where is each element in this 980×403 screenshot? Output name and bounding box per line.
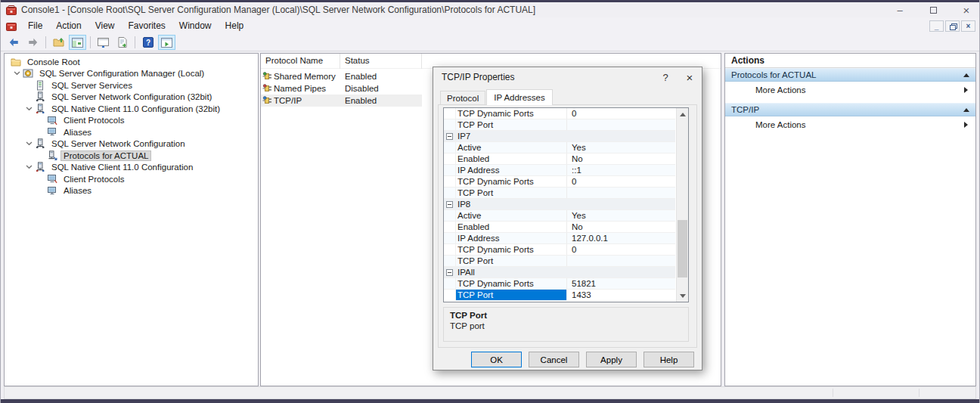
protocol-row-shared-memory[interactable]: Shared MemoryEnabled	[261, 70, 422, 82]
apply-button[interactable]: Apply	[586, 352, 637, 367]
grid-row-active[interactable]: ActiveYes	[444, 210, 675, 222]
grid-row-ip-address[interactable]: IP Address::1	[444, 165, 675, 176]
grid-property-value[interactable]	[567, 256, 675, 266]
collapse-minus-icon[interactable]	[446, 269, 453, 276]
folder-icon	[11, 57, 22, 67]
grid-row-enabled[interactable]: EnabledNo	[444, 153, 675, 165]
grid-row-tcp-dynamic-ports[interactable]: TCP Dynamic Ports0	[444, 176, 675, 188]
ip-address-property-grid: TCP Dynamic Ports0TCP PortIP7ActiveYesEn…	[443, 107, 689, 302]
grid-property-value[interactable]: 0	[567, 176, 675, 187]
grid-property-value[interactable]: Yes	[567, 142, 675, 153]
console-tree-icon[interactable]	[69, 35, 86, 50]
collapse-minus-icon[interactable]	[446, 133, 453, 140]
tree-item-aliases[interactable]: Aliases	[5, 126, 258, 138]
ok-button[interactable]: OK	[471, 352, 522, 367]
grid-section-ip8[interactable]: IP8	[444, 199, 675, 210]
action-pane-icon[interactable]	[158, 35, 175, 50]
menu-item-file[interactable]: File	[21, 19, 49, 33]
tab-protocol[interactable]: Protocol	[440, 91, 485, 105]
tree-item-sql-server-configuration-manager-local-[interactable]: SQL Server Configuration Manager (Local)	[5, 68, 258, 80]
protocol-row-named-pipes[interactable]: Named PipesDisabled	[261, 82, 422, 95]
grid-property-value[interactable]: 127.0.0.1	[567, 233, 675, 243]
protocol-row-tcp-ip[interactable]: TCP/IPEnabled	[261, 95, 422, 107]
cancel-button[interactable]: Cancel	[529, 352, 579, 367]
actions-group-header-protocols-for-actual[interactable]: Protocols for ACTUAL	[725, 68, 975, 82]
grid-row-tcp-port[interactable]: TCP Port	[444, 119, 675, 131]
tree-item-aliases[interactable]: Aliases	[5, 185, 258, 197]
chevron-down-icon[interactable]	[23, 165, 35, 169]
chevron-down-icon[interactable]	[23, 107, 35, 111]
grid-property-value[interactable]: No	[567, 153, 675, 164]
menu-item-window[interactable]: Window	[172, 19, 219, 33]
grid-gutter	[444, 142, 456, 153]
grid-property-value[interactable]: 0	[567, 108, 675, 119]
scrollbar-thumb[interactable]	[678, 220, 687, 277]
mdi-restore-icon[interactable]	[945, 20, 960, 32]
mdi-close-icon[interactable]: ×	[961, 20, 975, 32]
dialog-help-icon[interactable]: ?	[653, 69, 678, 85]
mdi-minimize-icon[interactable]: _	[929, 20, 944, 32]
grid-row-ip-address[interactable]: IP Address127.0.0.1	[444, 233, 675, 244]
grid-row-tcp-dynamic-ports[interactable]: TCP Dynamic Ports0	[444, 108, 675, 119]
close-icon[interactable]: ×	[960, 3, 973, 17]
grid-row-tcp-dynamic-ports[interactable]: TCP Dynamic Ports51821	[444, 278, 675, 290]
grid-property-value[interactable]	[567, 188, 675, 198]
tree-item-client-protocols[interactable]: Client Protocols	[5, 173, 258, 185]
tree-item-client-protocols[interactable]: Client Protocols	[5, 115, 258, 127]
grid-section-ipall[interactable]: IPAll	[444, 267, 675, 278]
back-arrow-icon[interactable]	[5, 35, 23, 50]
scroll-down-icon[interactable]	[677, 290, 689, 302]
grid-property-label: TCP Port	[456, 256, 567, 266]
action-item-more-actions[interactable]: More Actions	[725, 116, 975, 133]
grid-section-ip7[interactable]: IP7	[444, 131, 675, 142]
grid-property-value[interactable]: ::1	[567, 165, 675, 175]
grid-property-value[interactable]	[567, 119, 675, 130]
tree-item-sql-native-client-11-0-configuration[interactable]: SQL Native Client 11.0 Configuration	[5, 162, 258, 174]
tree-item-sql-server-services[interactable]: SQL Server Services	[5, 79, 258, 91]
menu-item-action[interactable]: Action	[49, 19, 88, 33]
forward-arrow-icon[interactable]	[24, 35, 42, 50]
grid-property-value[interactable]: 0	[567, 244, 675, 255]
maximize-icon[interactable]	[926, 3, 940, 17]
column-header-protocol-name[interactable]: Protocol Name	[261, 54, 340, 69]
tab-ip-addresses[interactable]: IP Addresses	[486, 89, 553, 105]
dialog-title: TCP/IP Properties	[442, 72, 653, 82]
client-protocols-icon	[47, 174, 58, 184]
actions-group-header-tcp-ip[interactable]: TCP/IP	[725, 103, 975, 116]
help-button[interactable]: Help	[644, 352, 694, 367]
help-icon[interactable]: ?	[139, 35, 157, 50]
grid-property-value[interactable]: 51821	[567, 278, 675, 289]
tree-item-sql-server-network-configuration[interactable]: SQL Server Network Configuration	[5, 138, 258, 150]
column-header-status[interactable]: Status	[340, 54, 422, 69]
up-folder-icon[interactable]	[50, 35, 67, 50]
tree-item-sql-server-network-configuration-32bit-[interactable]: SQL Server Network Configuration (32bit)	[5, 91, 258, 104]
grid-property-value[interactable]: No	[567, 222, 675, 232]
chevron-down-icon[interactable]	[23, 141, 35, 146]
scroll-up-icon[interactable]	[677, 108, 689, 120]
action-item-more-actions[interactable]: More Actions	[725, 82, 975, 98]
grid-row-enabled[interactable]: EnabledNo	[444, 222, 675, 233]
grid-row-tcp-port[interactable]: TCP Port	[444, 256, 675, 267]
properties-window-icon[interactable]	[95, 35, 112, 50]
grid-row-tcp-port[interactable]: TCP Port	[444, 188, 675, 199]
export-list-icon[interactable]	[113, 35, 131, 50]
grid-row-tcp-dynamic-ports[interactable]: TCP Dynamic Ports0	[444, 244, 675, 256]
grid-scrollbar[interactable]	[676, 108, 688, 302]
tree-item-sql-native-client-11-0-configuration-32bit-[interactable]: SQL Native Client 11.0 Configuration (32…	[5, 103, 258, 115]
tree-item-console-root[interactable]: Console Root	[5, 56, 258, 68]
dialog-close-icon[interactable]: ×	[678, 69, 702, 85]
tree-item-protocols-for-actual[interactable]: Protocols for ACTUAL	[5, 150, 258, 162]
chevron-down-icon[interactable]	[11, 71, 23, 76]
grid-property-value[interactable]: Yes	[567, 210, 675, 221]
grid-row-active[interactable]: ActiveYes	[444, 142, 675, 153]
tree-item-label: Aliases	[61, 186, 94, 195]
minimize-icon[interactable]: –	[893, 3, 907, 17]
menu-item-view[interactable]: View	[88, 19, 122, 33]
grid-row-tcp-port[interactable]: TCP Port1433	[444, 290, 675, 301]
menu-item-favorites[interactable]: Favorites	[122, 19, 172, 33]
collapse-minus-icon[interactable]	[446, 201, 453, 208]
toolbar-separator	[90, 36, 91, 48]
menu-item-help[interactable]: Help	[219, 19, 251, 33]
status-divider	[919, 389, 920, 397]
grid-property-value[interactable]: 1433	[567, 290, 675, 300]
